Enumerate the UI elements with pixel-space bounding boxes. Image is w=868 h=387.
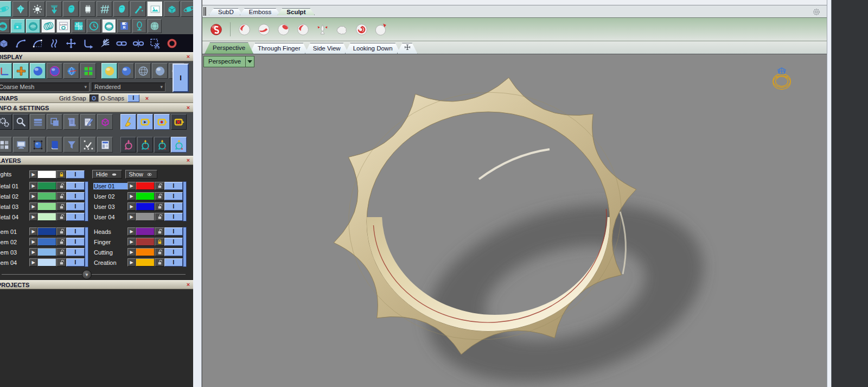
brush-smear-icon[interactable] — [257, 22, 271, 37]
layer-i-toggle[interactable]: I — [164, 213, 183, 221]
view-tab-looking-down[interactable]: Looking Down — [345, 43, 401, 54]
selection-filter-icon[interactable] — [80, 137, 96, 153]
view-tab-through-finger[interactable]: Through Finger — [250, 43, 309, 54]
layer-label[interactable]: Finger — [93, 239, 127, 245]
layer-i-toggle[interactable]: I — [164, 238, 183, 246]
layer-lock-icon[interactable] — [155, 227, 164, 236]
layer-lock-icon[interactable] — [56, 192, 66, 200]
layer-expand-arrow-icon[interactable]: ▶ — [127, 227, 136, 236]
layer-expand-arrow-icon[interactable]: ▶ — [29, 182, 37, 190]
blob-icon[interactable] — [335, 22, 349, 37]
orient-rotate-icon[interactable] — [80, 35, 95, 51]
crease-icon[interactable] — [374, 22, 388, 37]
layer-expand-arrow-icon[interactable]: ▶ — [29, 202, 37, 211]
layer-expand-arrow-icon[interactable]: ▶ — [127, 248, 136, 256]
cplane-icon[interactable] — [13, 63, 29, 79]
layer-color-swatch[interactable] — [136, 182, 155, 190]
layer-i-toggle[interactable]: I — [164, 258, 183, 267]
gumball-active-icon[interactable] — [171, 137, 187, 153]
balance-lamp-icon[interactable] — [132, 19, 146, 33]
lights-layer-label[interactable]: Lights — [0, 171, 29, 177]
layer-color-swatch[interactable] — [136, 258, 155, 267]
measure-hash-icon[interactable] — [97, 1, 112, 17]
layer-color-swatch[interactable] — [37, 213, 56, 221]
mesh-quality-dropdown[interactable]: Coarse Mesh▾ — [0, 83, 90, 92]
layer-expand-arrow-icon[interactable]: ▶ — [29, 258, 37, 267]
gem-view-icon[interactable] — [0, 1, 11, 17]
orbit-rotate-icon[interactable] — [181, 1, 193, 17]
layers-close-icon[interactable]: × — [184, 157, 192, 164]
display-section-header[interactable]: DISPLAY × — [0, 52, 193, 61]
layer-expand-arrow-icon[interactable]: ▶ — [29, 248, 37, 256]
layer-color-swatch[interactable] — [136, 238, 155, 246]
gumball-rotate-icon[interactable] — [154, 137, 170, 153]
layer-i-toggle[interactable]: I — [66, 258, 85, 267]
layer-i-toggle[interactable]: I — [164, 248, 183, 256]
o-snaps-label[interactable]: O-Snaps — [101, 95, 124, 101]
gumball-scale-icon[interactable] — [137, 137, 153, 153]
layer-lock-icon[interactable] — [56, 238, 66, 246]
layer-i-toggle[interactable]: I — [66, 238, 85, 246]
layer-label[interactable]: Gem 03 — [0, 249, 29, 256]
layer-expand-arrow-icon[interactable]: ▶ — [127, 213, 136, 221]
info-close-icon[interactable]: × — [184, 105, 192, 111]
ring-preview-icon[interactable] — [26, 19, 40, 33]
orient-cube-icon[interactable] — [97, 114, 113, 130]
layers-stack-icon[interactable] — [30, 114, 46, 130]
layout-tools-icon[interactable]: ◦ — [72, 19, 86, 33]
loop-play-icon[interactable] — [137, 114, 153, 130]
layer-label[interactable]: Metal 01 — [0, 183, 29, 189]
view-tab-side-view[interactable]: Side View — [305, 43, 349, 54]
layer-label[interactable]: User 04 — [93, 214, 127, 220]
filter-funnel-icon[interactable] — [63, 137, 79, 153]
animation-ring-icon[interactable] — [11, 19, 25, 33]
hand-gem-icon[interactable] — [63, 1, 79, 17]
layer-lock-icon[interactable] — [155, 202, 164, 211]
pearl-material-icon[interactable] — [152, 63, 168, 79]
grid-cells-icon[interactable] — [0, 137, 12, 153]
projects-section-header[interactable]: PROJECTS × — [0, 280, 193, 289]
layer-lock-icon[interactable] — [155, 182, 164, 190]
gear-icon[interactable] — [812, 7, 821, 17]
layer-color-swatch[interactable] — [136, 202, 155, 211]
explode-icon[interactable] — [97, 35, 112, 51]
layer-lock-icon[interactable] — [155, 238, 164, 246]
link-icon[interactable] — [113, 35, 129, 51]
layer-label[interactable]: User 03 — [93, 204, 127, 210]
brush-flatten-icon[interactable] — [276, 22, 291, 37]
layer-expand-arrow-icon[interactable]: ▶ — [29, 192, 37, 200]
viewport-dropdown-arrow-icon[interactable] — [245, 56, 254, 67]
ring-display-icon[interactable] — [102, 19, 116, 33]
hide-button[interactable]: Hide — [92, 170, 122, 179]
layer-label[interactable]: User 02 — [93, 193, 127, 200]
layer-color-swatch[interactable] — [136, 213, 155, 221]
pinch-icon[interactable] — [315, 22, 330, 37]
layer-color-swatch[interactable] — [37, 258, 56, 267]
mesh-ball-icon[interactable] — [148, 19, 162, 33]
loop-cancel-icon[interactable] — [171, 114, 187, 130]
cage-edit-icon[interactable] — [30, 137, 46, 153]
layer-lock-icon[interactable] — [56, 202, 66, 211]
world-globe-icon[interactable] — [63, 63, 79, 79]
swirl-icon[interactable] — [354, 22, 369, 37]
ghosted-view-icon[interactable] — [47, 63, 62, 79]
layer-lock-icon[interactable] — [56, 248, 66, 256]
layer-color-swatch[interactable] — [37, 202, 56, 211]
right-splitter[interactable] — [827, 0, 832, 387]
snaps-close-icon[interactable]: × — [143, 95, 151, 101]
cube-icon[interactable] — [0, 35, 11, 51]
layer-lock-icon[interactable] — [155, 192, 164, 200]
layer-expand-arrow-icon[interactable]: ▶ — [127, 258, 136, 267]
render-mode-dropdown[interactable]: Rendered▾ — [92, 83, 165, 92]
show-button[interactable]: Show — [125, 170, 157, 179]
import-drop-icon[interactable] — [46, 1, 62, 17]
layer-i-toggle[interactable]: I — [66, 202, 85, 211]
viewport-title-dropdown[interactable]: Perspective — [203, 56, 254, 67]
axis-grid-icon[interactable] — [0, 63, 12, 79]
layer-i-toggle[interactable]: I — [66, 248, 85, 256]
split-viewports-icon[interactable] — [80, 63, 96, 79]
sun-light-icon[interactable] — [29, 1, 45, 17]
properties-panel-icon[interactable] — [97, 137, 113, 153]
layer-label[interactable]: Gem 01 — [0, 229, 29, 235]
layer-color-swatch[interactable] — [136, 248, 155, 256]
